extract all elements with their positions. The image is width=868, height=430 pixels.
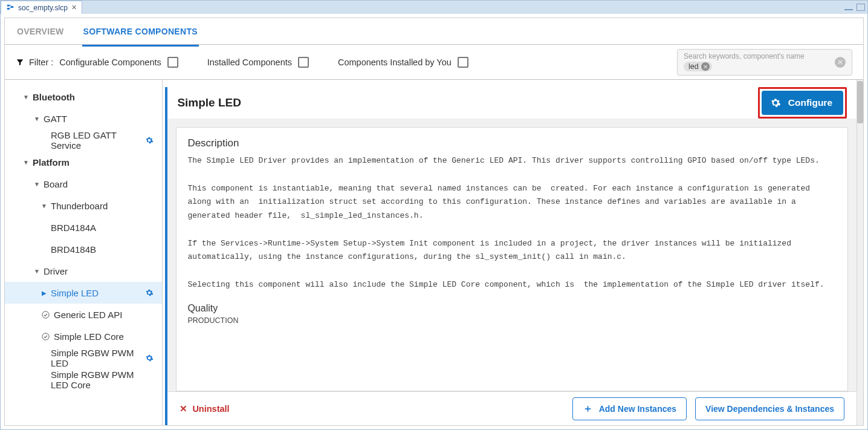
search-clear-icon[interactable]: ✕ [835, 57, 846, 68]
file-tree-icon [6, 4, 15, 12]
filter-icon [16, 58, 24, 67]
svg-point-3 [42, 311, 49, 318]
tree-node-rgb-gatt-service[interactable]: RGB LED GATT Service [5, 129, 162, 151]
file-tab-label: soc_empty.slcp [18, 4, 68, 12]
chevron-down-icon: ▼ [23, 159, 29, 166]
quality-value: PRODUCTION [187, 316, 837, 325]
gear-icon [770, 97, 781, 108]
configure-button[interactable]: Configure [762, 91, 843, 115]
filter-prefix-label: Filter : [29, 57, 53, 67]
filter-by-you-checkbox[interactable] [458, 57, 468, 68]
filter-by-you-label: Components Installed by You [338, 57, 452, 67]
close-x-icon: ✕ [180, 404, 187, 414]
search-input[interactable]: Search keywords, component's name led ✕ … [677, 49, 852, 76]
search-chip-label: led [688, 62, 699, 71]
search-placeholder: Search keywords, component's name [684, 53, 846, 60]
tree-node-thunderboard[interactable]: ▼ Thunderboard [5, 195, 162, 217]
filter-installed-label: Installed Components [207, 57, 292, 67]
file-tab-soc-empty[interactable]: soc_empty.slcp ✕ [1, 1, 82, 14]
tree-node-rgbw-pwm-led-core[interactable]: Simple RGBW PWM LED Core [5, 369, 162, 391]
gear-icon[interactable] [145, 136, 154, 145]
chevron-right-icon: ▶ [41, 290, 47, 296]
tree-node-brd4184b[interactable]: BRD4184B [5, 238, 162, 260]
chevron-down-icon: ▼ [34, 116, 40, 122]
chevron-down-icon: ▼ [34, 268, 40, 275]
installed-check-icon [41, 310, 50, 319]
view-dependencies-button[interactable]: View Dependencies & Instances [695, 397, 844, 420]
tree-node-simple-led-core[interactable]: Simple LED Core [5, 325, 162, 347]
scrollbar[interactable] [857, 80, 863, 425]
tree-node-simple-led[interactable]: ▶ Simple LED [5, 282, 162, 304]
chevron-down-icon: ▼ [23, 94, 29, 100]
window-maximize-icon[interactable] [857, 4, 865, 11]
uninstall-button[interactable]: ✕ Uninstall [180, 404, 229, 414]
tree-node-brd4184a[interactable]: BRD4184A [5, 217, 162, 238]
tab-overview[interactable]: OVERVIEW [16, 22, 65, 41]
configure-button-label: Configure [788, 97, 832, 108]
filter-bar: Filter : Configurable Components Install… [5, 45, 863, 80]
chip-clear-icon[interactable]: ✕ [701, 62, 710, 71]
project-tabs: OVERVIEW SOFTWARE COMPONENTS [5, 18, 863, 45]
component-tree[interactable]: ▼ Bluetooth ▼ GATT RGB LED GATT Service [5, 80, 163, 425]
tree-node-rgbw-pwm-led[interactable]: Simple RGBW PWM LED [5, 347, 162, 369]
tree-node-gatt[interactable]: ▼ GATT [5, 108, 162, 129]
component-title: Simple LED [177, 96, 241, 109]
scrollbar-thumb[interactable] [857, 81, 863, 123]
gear-icon[interactable] [145, 354, 154, 362]
view-deps-label: View Dependencies & Instances [705, 404, 834, 414]
filter-installed-checkbox[interactable] [298, 57, 309, 68]
tree-node-platform[interactable]: ▼ Platform [5, 151, 162, 173]
editor-tab-bar: soc_empty.slcp ✕ [1, 1, 867, 14]
add-instances-label: Add New Instances [599, 404, 676, 414]
tree-node-generic-led-api[interactable]: Generic LED API [5, 304, 162, 325]
svg-rect-2 [11, 6, 13, 8]
quality-heading: Quality [187, 303, 837, 314]
close-icon[interactable]: ✕ [71, 4, 77, 11]
tree-node-bluetooth[interactable]: ▼ Bluetooth [5, 86, 162, 108]
configure-highlight: Configure [758, 87, 847, 119]
search-keyword-chip: led ✕ [684, 62, 712, 71]
installed-check-icon [41, 332, 50, 341]
filter-configurable-label: Configurable Components [59, 57, 161, 67]
svg-point-4 [42, 333, 49, 339]
gear-icon[interactable] [145, 288, 154, 297]
add-new-instances-button[interactable]: ＋ Add New Instances [572, 397, 687, 420]
component-action-bar: ✕ Uninstall ＋ Add New Instances View Dep… [167, 391, 857, 425]
window-minimize-icon[interactable] [844, 9, 853, 10]
description-body: The Simple LED Driver provides an implem… [187, 154, 837, 292]
component-description-card: Description The Simple LED Driver provid… [176, 127, 848, 391]
svg-rect-1 [7, 8, 10, 10]
description-heading: Description [187, 137, 837, 149]
tree-node-board[interactable]: ▼ Board [5, 173, 162, 195]
tree-node-driver[interactable]: ▼ Driver [5, 260, 162, 282]
tab-software-components[interactable]: SOFTWARE COMPONENTS [82, 22, 199, 41]
filter-configurable-checkbox[interactable] [167, 57, 178, 68]
uninstall-label: Uninstall [192, 404, 229, 414]
chevron-down-icon: ▼ [34, 181, 40, 187]
svg-rect-0 [7, 4, 10, 6]
chevron-down-icon: ▼ [41, 203, 47, 209]
component-detail-pane: Simple LED Configure Desc [163, 80, 863, 425]
